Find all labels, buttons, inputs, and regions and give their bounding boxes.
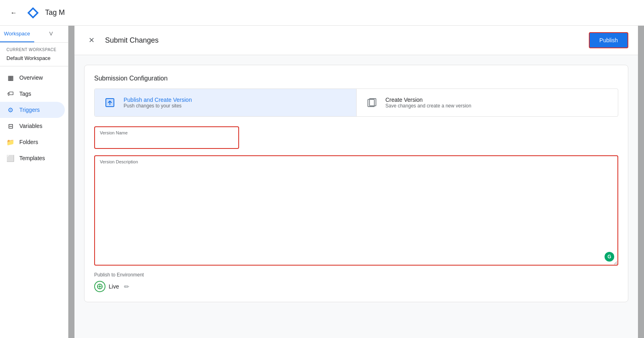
env-name: Live (109, 283, 119, 290)
overview-label: Overview (19, 74, 43, 81)
back-icon: ← (10, 9, 17, 16)
version-desc-input[interactable] (95, 156, 617, 265)
variables-icon: ⊟ (6, 122, 14, 130)
nav-items: ▦ Overview 🏷 Tags ⚙ Triggers ⊟ Variables… (0, 66, 68, 169)
close-button[interactable]: ✕ (84, 33, 99, 47)
mode-create-subtitle: Save changes and create a new version (386, 103, 471, 109)
env-live-icon (94, 281, 105, 292)
tags-label: Tags (19, 91, 31, 97)
sidebar-tabs: Workspace V (0, 26, 68, 43)
sidebar: Workspace V CURRENT WORKSPACE Default Wo… (0, 26, 68, 338)
config-title: Submission Configuration (94, 75, 618, 82)
content-area: ✕ Submit Changes Publish Submission Conf… (68, 26, 644, 338)
dialog-body: Submission Configuration (74, 55, 638, 338)
triggers-label: Triggers (19, 107, 40, 113)
app-title: Tag M (45, 8, 65, 17)
sidebar-item-overview[interactable]: ▦ Overview (0, 70, 65, 86)
dialog-title: Submit Changes (105, 36, 589, 45)
triggers-icon: ⚙ (6, 106, 14, 114)
sidebar-item-templates[interactable]: ⬜ Templates (0, 150, 65, 166)
workspace-label: CURRENT WORKSPACE (0, 43, 68, 54)
env-edit-button[interactable]: ✏ (124, 283, 129, 291)
publish-env-label: Publish to Environment (94, 272, 618, 278)
grammarly-icon: G (605, 252, 614, 262)
sidebar-item-triggers[interactable]: ⚙ Triggers (0, 102, 65, 118)
create-version-icon (365, 95, 379, 110)
variables-label: Variables (19, 123, 42, 129)
version-name-wrapper: Version Name (94, 126, 239, 149)
publish-env-section: Publish to Environment (94, 272, 618, 292)
tab-workspace[interactable]: Workspace (0, 26, 34, 42)
templates-icon: ⬜ (6, 154, 14, 162)
version-desc-float: Version Description (95, 156, 617, 265)
version-desc-group: Version Description G (94, 155, 618, 266)
version-name-group: Version Name (94, 126, 618, 149)
mode-publish-title: Publish and Create Version (124, 97, 192, 103)
publish-create-icon (103, 95, 117, 110)
tags-icon: 🏷 (6, 90, 14, 98)
folders-icon: 📁 (6, 138, 14, 146)
sidebar-item-tags[interactable]: 🏷 Tags (0, 86, 65, 102)
dialog-header: ✕ Submit Changes Publish (74, 26, 638, 55)
sidebar-item-variables[interactable]: ⊟ Variables (0, 118, 65, 134)
submit-dialog: ✕ Submit Changes Publish Submission Conf… (74, 26, 638, 338)
mode-publish-create-text: Publish and Create Version Push changes … (124, 97, 192, 109)
overview-icon: ▦ (6, 74, 14, 82)
templates-label: Templates (19, 155, 45, 161)
modal-overlay: ✕ Submit Changes Publish Submission Conf… (68, 26, 644, 338)
back-button[interactable]: ← (6, 6, 21, 20)
tab-versions[interactable]: V (34, 26, 68, 42)
version-name-input[interactable] (95, 127, 238, 148)
mode-publish-subtitle: Push changes to your sites (124, 103, 192, 109)
mode-create-title: Create Version (386, 97, 471, 103)
version-desc-wrapper: Version Description G (94, 155, 618, 266)
mode-publish-create[interactable]: Publish and Create Version Push changes … (95, 89, 357, 116)
version-name-float: Version Name (95, 127, 238, 148)
config-card: Submission Configuration (84, 65, 628, 302)
app-logo (26, 6, 40, 20)
folders-label: Folders (19, 139, 38, 145)
workspace-name: Default Workspace (0, 54, 68, 66)
version-desc-container: Version Description G (95, 156, 617, 265)
mode-create-version[interactable]: Create Version Save changes and create a… (357, 89, 618, 116)
topbar: ← Tag M (0, 0, 644, 26)
sidebar-item-folders[interactable]: 📁 Folders (0, 134, 65, 150)
mode-create-text: Create Version Save changes and create a… (386, 97, 471, 109)
publish-button[interactable]: Publish (589, 32, 628, 48)
close-icon: ✕ (89, 36, 95, 45)
env-item: Live ✏ (94, 281, 618, 292)
mode-selector: Publish and Create Version Push changes … (94, 89, 618, 117)
main-layout: Workspace V CURRENT WORKSPACE Default Wo… (0, 26, 644, 338)
